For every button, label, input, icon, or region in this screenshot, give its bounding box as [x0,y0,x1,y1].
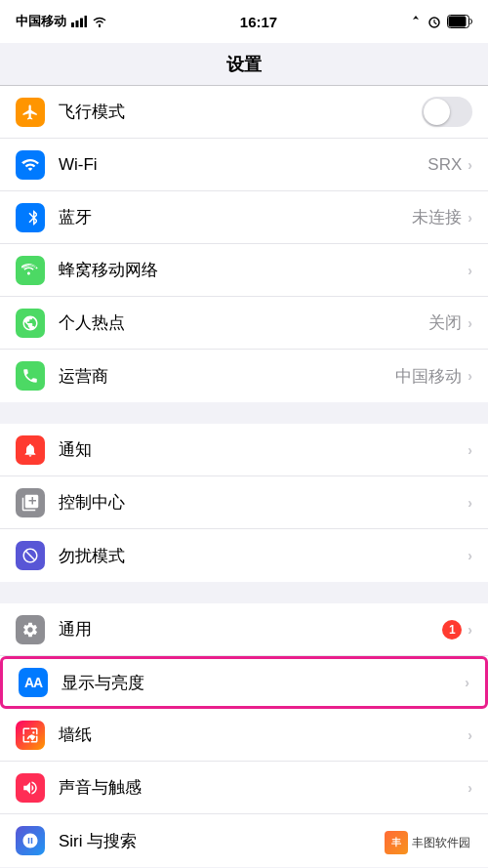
watermark: 丰 丰图软件园 [377,827,478,858]
hotspot-value: 关闭 [428,311,462,334]
airplane-svg [21,103,39,121]
general-badge: 1 [442,620,462,640]
row-notification[interactable]: 通知 › [0,424,488,476]
hotspot-svg [21,314,39,332]
general-svg [21,621,39,639]
svg-rect-6 [449,17,467,27]
svg-rect-2 [80,19,83,28]
carrier-label: 运营商 [59,365,395,388]
donotdisturb-label: 勿扰模式 [59,545,468,567]
cellular-chevron: › [468,263,472,278]
notification-svg [22,441,38,459]
donotdisturb-icon [16,541,45,570]
toggle-thumb [424,99,450,125]
sound-icon [16,773,45,803]
bluetooth-svg [23,209,37,227]
row-wallpaper[interactable]: 墙纸 › [0,709,488,762]
sound-chevron: › [468,780,472,796]
svg-rect-1 [76,21,79,27]
cellular-label: 蜂窝移动网络 [59,259,468,281]
wifi-value: SRX [427,155,462,175]
status-time: 16:17 [240,14,277,30]
carrier-svg [21,367,39,385]
row-controlcenter[interactable]: 控制中心 › [0,476,488,529]
alarm-icon [427,15,442,28]
row-airplane[interactable]: 飞行模式 [0,86,488,139]
wifi-label: Wi-Fi [59,155,427,175]
display-icon: AA [19,668,48,697]
row-wifi[interactable]: Wi-Fi SRX › [0,139,488,191]
airplane-label: 飞行模式 [59,101,422,123]
cellular-icon [16,256,45,285]
watermark-text: 丰图软件园 [412,835,470,851]
bluetooth-icon [16,203,45,232]
svg-rect-3 [85,16,88,27]
general-icon [16,615,45,644]
row-donotdisturb[interactable]: 勿扰模式 › [0,529,488,582]
bluetooth-label: 蓝牙 [59,206,412,228]
status-right [410,15,472,28]
donotdisturb-chevron: › [468,548,472,563]
row-hotspot[interactable]: 个人热点 关闭 › [0,297,488,350]
display-chevron: › [465,675,469,690]
siri-svg [21,832,39,849]
sound-label: 声音与触感 [59,776,468,799]
hotspot-chevron: › [468,315,472,331]
hotspot-label: 个人热点 [59,311,428,334]
signal-icon [71,16,87,27]
status-left: 中国移动 [16,13,107,30]
display-label: 显示与亮度 [61,672,465,694]
settings-content: 飞行模式 Wi-Fi SRX › 蓝牙 未连接 [0,86,488,868]
location-icon [410,15,422,28]
controlcenter-chevron: › [468,495,472,511]
wallpaper-svg [21,726,39,744]
status-bar: 中国移动 16:17 [0,0,488,43]
row-cellular[interactable]: 蜂窝移动网络 › [0,244,488,297]
notification-icon [16,435,45,465]
svg-rect-0 [71,22,74,27]
nav-bar: 设置 [0,43,488,86]
section-connectivity: 飞行模式 Wi-Fi SRX › 蓝牙 未连接 [0,86,488,402]
row-general[interactable]: 通用 1 › [0,603,488,656]
wifi-status-icon [92,16,107,27]
wifi-chevron: › [468,157,472,173]
wallpaper-label: 墙纸 [59,723,468,746]
sound-svg [21,779,39,797]
carrier-text: 中国移动 [16,13,66,30]
wallpaper-icon [16,721,45,750]
general-chevron: › [468,622,472,638]
controlcenter-label: 控制中心 [59,491,468,514]
airplane-toggle[interactable] [422,97,472,127]
carrier-icon [16,361,45,391]
controlcenter-svg [21,494,39,512]
wallpaper-chevron: › [468,727,472,743]
row-display[interactable]: AA 显示与亮度 › [0,656,488,709]
cellular-svg [21,262,39,279]
wifi-svg [21,156,39,174]
hotspot-icon [16,309,45,338]
siri-icon [16,826,45,855]
airplane-icon [16,98,45,127]
row-bluetooth[interactable]: 蓝牙 未连接 › [0,191,488,244]
controlcenter-icon [16,488,45,517]
watermark-logo: 丰 [385,831,408,854]
donotdisturb-svg [21,547,39,564]
carrier-value: 中国移动 [395,365,462,388]
row-sound[interactable]: 声音与触感 › [0,762,488,814]
page-title: 设置 [226,53,262,76]
section-system: 通知 › 控制中心 › 勿扰模式 › [0,424,488,582]
general-label: 通用 [59,618,442,641]
bluetooth-chevron: › [468,210,472,226]
carrier-chevron: › [468,368,472,384]
notification-chevron: › [468,442,472,458]
notification-label: 通知 [59,438,468,461]
wifi-icon [16,150,45,180]
battery-icon [447,15,472,28]
row-carrier[interactable]: 运营商 中国移动 › [0,350,488,402]
bluetooth-value: 未连接 [412,206,462,228]
